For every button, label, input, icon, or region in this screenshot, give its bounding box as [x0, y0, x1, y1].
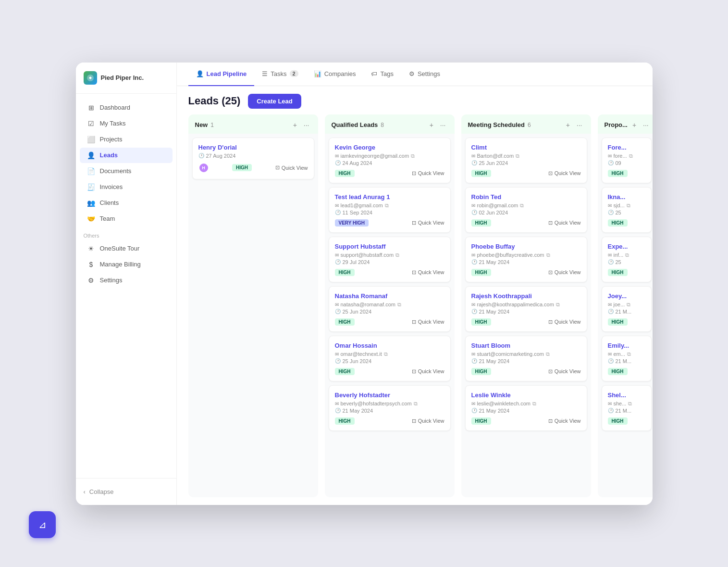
lead-card[interactable]: Shel... ✉ she... ⧉ 🕐 21 M... HIGH	[602, 385, 652, 431]
column-more-proposal[interactable]: ···	[641, 120, 651, 130]
lead-card[interactable]: Emily... ✉ em... ⧉ 🕐 21 M... HIGH	[602, 336, 652, 381]
collapse-button[interactable]: ‹ Collapse	[76, 484, 176, 499]
email-icon: ✉	[608, 203, 612, 208]
column-more-qualified[interactable]: ···	[438, 120, 448, 130]
tasks-tab-badge: 2	[290, 70, 298, 77]
lead-card[interactable]: Expe... ✉ inf... ⧉ 🕐 25 HIGH	[602, 237, 652, 282]
copy-icon[interactable]: ⧉	[516, 153, 519, 159]
lead-date: 🕐 21 M...	[608, 358, 645, 364]
quick-view-button[interactable]: ⊡ Quick View	[412, 170, 444, 176]
tab-settings[interactable]: ⚙ Settings	[401, 63, 448, 86]
lead-card[interactable]: Leslie Winkle ✉ leslie@winkletech.com ⧉ …	[465, 385, 587, 431]
copy-icon[interactable]: ⧉	[384, 351, 388, 357]
quick-view-button[interactable]: ⊡ Quick View	[548, 418, 581, 424]
lead-card[interactable]: Climt ✉ Barton@df.com ⧉ 🕐 25 Jun 2024 HI…	[465, 138, 587, 183]
lead-card[interactable]: Joey... ✉ joe... ⧉ 🕐 21 M... HIGH	[602, 286, 652, 332]
tab-tags[interactable]: 🏷 Tags	[363, 63, 401, 86]
tab-companies[interactable]: 📊 Companies	[306, 63, 364, 86]
tab-tasks[interactable]: ☰ Tasks2	[254, 63, 306, 86]
sidebar-item-dashboard[interactable]: ⊞ Dashboard	[80, 100, 173, 115]
lead-card[interactable]: Kevin George ✉ iamkevingeorrge@gmail.com…	[329, 138, 451, 183]
clock-icon: 🕐	[608, 160, 614, 165]
quick-view-button[interactable]: ⊡ Quick View	[412, 319, 444, 325]
lead-card-footer: HIGH	[608, 219, 645, 227]
column-more-meeting-scheduled[interactable]: ···	[575, 120, 584, 130]
copy-icon[interactable]: ⧉	[411, 153, 415, 159]
lead-name: Leslie Winkle	[471, 391, 581, 399]
column-add-proposal[interactable]: +	[630, 120, 638, 130]
copy-icon[interactable]: ⧉	[627, 302, 630, 308]
lead-card[interactable]: Stuart Bloom ✉ stuart@comicmarketing.com…	[465, 336, 587, 381]
lead-card[interactable]: Henry D'orial 🕐 27 Aug 2024 H HIGH ⊡ Qui…	[192, 138, 314, 179]
sidebar-item-clients[interactable]: 👥 Clients	[80, 195, 173, 211]
email-icon: ✉	[608, 401, 612, 406]
quick-view-button[interactable]: ⊡ Quick View	[275, 164, 308, 171]
lead-name: Phoebe Buffay	[471, 243, 581, 250]
lead-card[interactable]: Fore... ✉ fore... ⧉ 🕐 09 HIGH	[602, 138, 652, 183]
priority-badge: HIGH	[608, 417, 628, 425]
clock-icon: 🕐	[471, 408, 477, 413]
copy-icon[interactable]: ⧉	[385, 202, 389, 209]
lead-email: ✉ joe... ⧉	[608, 302, 645, 308]
lead-card[interactable]: Robin Ted ✉ robin@gmail.com ⧉ 🕐 02 Jun 2…	[465, 187, 587, 233]
quick-view-button[interactable]: ⊡ Quick View	[412, 269, 444, 276]
column-title-group: Qualified Leads 8	[332, 121, 384, 128]
copy-icon[interactable]: ⧉	[546, 351, 550, 357]
lead-card[interactable]: Test lead Anurag 1 ✉ lead1@gmail.com ⧉ 🕐…	[329, 187, 451, 233]
lead-name: Robin Ted	[471, 193, 581, 201]
lead-name: Emily...	[608, 342, 645, 349]
create-lead-button[interactable]: Create Lead	[248, 94, 301, 109]
quick-view-button[interactable]: ⊡ Quick View	[412, 368, 444, 375]
lead-card[interactable]: Ikna... ✉ sjd... ⧉ 🕐 25 HIGH	[602, 187, 652, 233]
sidebar-item-documents[interactable]: 📄 Documents	[80, 164, 173, 179]
quick-view-button[interactable]: ⊡ Quick View	[548, 368, 581, 375]
sidebar-item-leads[interactable]: 👤 Leads	[80, 148, 173, 163]
quick-view-icon: ⊡	[412, 220, 416, 226]
copy-icon[interactable]: ⧉	[627, 351, 631, 357]
sidebar-item-invoices[interactable]: 🧾 Invoices	[80, 179, 173, 195]
lead-card[interactable]: Omar Hossain ✉ omar@technext.it ⧉ 🕐 25 J…	[329, 336, 451, 381]
copy-icon[interactable]: ⧉	[629, 153, 633, 159]
copy-icon[interactable]: ⧉	[628, 401, 632, 407]
quick-view-button[interactable]: ⊡ Quick View	[412, 220, 444, 226]
lead-card[interactable]: Support Hubstaff ✉ support@hubstaff.com …	[329, 237, 451, 282]
copy-icon[interactable]: ⧉	[397, 302, 401, 308]
quick-view-button[interactable]: ⊡ Quick View	[548, 170, 581, 176]
quick-view-button[interactable]: ⊡ Quick View	[548, 220, 581, 226]
priority-badge: HIGH	[608, 170, 628, 177]
quick-view-button[interactable]: ⊡ Quick View	[548, 269, 581, 276]
filter-fab-button[interactable]: ⊿	[29, 511, 56, 538]
sidebar-bottom: ‹ Collapse	[76, 478, 176, 505]
sidebar-item-projects[interactable]: ⬜ Projects	[80, 132, 173, 147]
sidebar-item-onesuite-tour[interactable]: ☀ OneSuite Tour	[80, 241, 173, 256]
lead-card[interactable]: Natasha Romanaf ✉ natasha@romanaf.com ⧉ …	[329, 286, 451, 332]
copy-icon[interactable]: ⧉	[625, 252, 629, 258]
clock-icon: 🕐	[608, 408, 614, 413]
copy-icon[interactable]: ⧉	[556, 302, 560, 308]
quick-view-button[interactable]: ⊡ Quick View	[548, 319, 581, 325]
sidebar-item-manage-billing[interactable]: $ Manage Billing	[80, 257, 173, 272]
lead-date: 🕐 02 Jun 2024	[471, 210, 581, 215]
sidebar-item-team[interactable]: 🤝 Team	[80, 211, 173, 227]
sidebar-item-settings[interactable]: ⚙ Settings	[80, 273, 173, 288]
lead-date: 🕐 21 May 2024	[471, 309, 581, 315]
copy-icon[interactable]: ⧉	[414, 401, 418, 407]
column-actions-proposal: + ···	[630, 120, 651, 130]
column-add-qualified[interactable]: +	[428, 120, 435, 130]
lead-card[interactable]: Beverly Hofstadter ✉ beverly@hofstadterp…	[329, 385, 451, 431]
copy-icon[interactable]: ⧉	[546, 252, 550, 258]
lead-pipeline-tab-label: Lead Pipeline	[207, 70, 247, 77]
copy-icon[interactable]: ⧉	[627, 202, 630, 209]
copy-icon[interactable]: ⧉	[532, 401, 536, 407]
quick-view-button[interactable]: ⊡ Quick View	[412, 418, 444, 424]
tab-lead-pipeline[interactable]: 👤 Lead Pipeline	[188, 63, 255, 86]
clock-icon: 🕐	[608, 259, 614, 265]
column-add-new[interactable]: +	[291, 120, 299, 130]
column-add-meeting-scheduled[interactable]: +	[564, 120, 572, 130]
lead-card[interactable]: Phoebe Buffay ✉ phoebe@buffaycreative.co…	[465, 237, 587, 282]
column-more-new[interactable]: ···	[302, 120, 311, 130]
copy-icon[interactable]: ⧉	[520, 202, 524, 209]
copy-icon[interactable]: ⧉	[395, 252, 399, 258]
sidebar-item-my-tasks[interactable]: ☑ My Tasks	[80, 116, 173, 131]
lead-card[interactable]: Rajesh Koothrappali ✉ rajesh@koothrappal…	[465, 286, 587, 332]
